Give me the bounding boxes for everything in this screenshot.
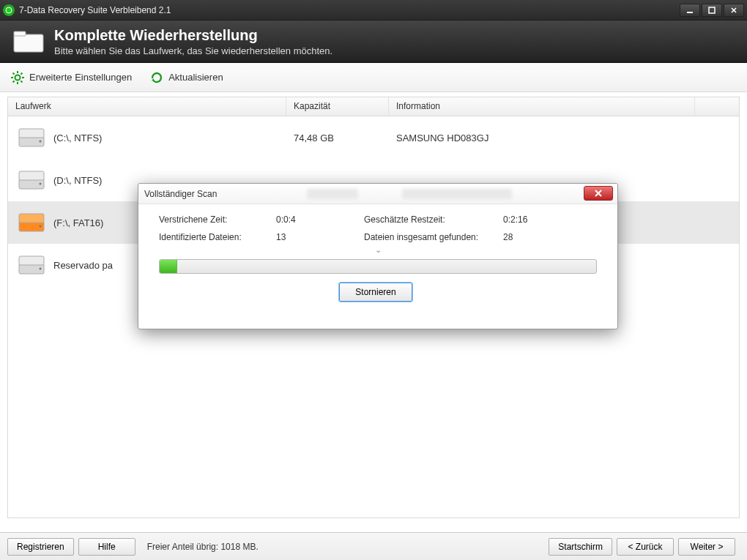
col-end-header bbox=[695, 97, 739, 116]
drive-icon bbox=[18, 255, 45, 275]
bottom-bar: Registrieren Hilfe Freier Anteil übrig: … bbox=[0, 532, 747, 560]
elapsed-value: 0:0:4 bbox=[276, 214, 364, 225]
remaining-label: Geschätzte Restzeit: bbox=[364, 214, 503, 225]
svg-point-27 bbox=[40, 268, 42, 270]
free-space-label: Freier Anteil übrig: 1018 MB. bbox=[147, 542, 259, 552]
gear-icon bbox=[10, 70, 25, 85]
page-title: Komplette Wiederherstellung bbox=[54, 27, 332, 44]
list-header: Laufwerk Kapazität Information bbox=[8, 97, 739, 116]
remaining-value: 0:2:16 bbox=[503, 214, 554, 225]
drive-icon bbox=[18, 212, 45, 233]
maximize-button[interactable] bbox=[702, 4, 722, 17]
progress-fill bbox=[160, 260, 177, 273]
total-label: Dateien insgesamt gefunden: bbox=[364, 232, 503, 242]
drive-icon bbox=[18, 170, 45, 190]
col-capacity-header[interactable]: Kapazität bbox=[286, 97, 389, 116]
svg-line-15 bbox=[13, 81, 15, 82]
page-subtitle: Bitte wählen Sie das Laufwerk, das Sie w… bbox=[54, 45, 332, 56]
svg-point-18 bbox=[40, 141, 42, 143]
titlebar: 7-Data Recovery Suite Verbleibend 2.1 bbox=[0, 0, 747, 20]
page-header: Komplette Wiederherstellung Bitte wählen… bbox=[0, 20, 747, 63]
svg-point-0 bbox=[6, 7, 12, 13]
app-icon bbox=[3, 4, 15, 16]
drive-icon bbox=[18, 127, 45, 148]
next-button[interactable]: Weiter > bbox=[678, 538, 735, 556]
col-drive-header[interactable]: Laufwerk bbox=[8, 97, 286, 116]
folder-icon bbox=[13, 29, 44, 55]
svg-point-24 bbox=[40, 225, 42, 228]
advanced-settings-button[interactable]: Erweiterte Einstellungen bbox=[10, 70, 132, 85]
back-button[interactable]: < Zurück bbox=[617, 538, 674, 556]
drive-row[interactable]: (C:\, NTFS)74,48 GBSAMSUNG HD083GJ bbox=[8, 116, 739, 159]
elapsed-label: Verstrichene Zeit: bbox=[159, 214, 276, 225]
svg-rect-1 bbox=[687, 12, 693, 13]
identified-value: 13 bbox=[276, 232, 364, 242]
drive-info: SAMSUNG HD083GJ bbox=[389, 132, 695, 143]
blurred-text bbox=[307, 189, 358, 199]
svg-rect-17 bbox=[19, 129, 44, 138]
close-button[interactable] bbox=[724, 4, 744, 17]
minimize-button[interactable] bbox=[680, 4, 700, 17]
refresh-label: Aktualisieren bbox=[168, 72, 223, 83]
svg-rect-5 bbox=[14, 34, 43, 52]
dialog-close-button[interactable] bbox=[584, 186, 613, 201]
total-value: 28 bbox=[503, 232, 554, 242]
advanced-label: Erweiterte Einstellungen bbox=[29, 72, 132, 83]
col-info-header[interactable]: Information bbox=[389, 97, 695, 116]
drive-label: (F:\, FAT16) bbox=[53, 217, 103, 228]
svg-rect-20 bbox=[19, 171, 44, 180]
svg-line-12 bbox=[13, 72, 15, 74]
drive-label: (C:\, NTFS) bbox=[53, 132, 102, 143]
blurred-text bbox=[402, 189, 512, 199]
svg-rect-6 bbox=[14, 31, 26, 36]
register-button[interactable]: Registrieren bbox=[7, 538, 74, 556]
window-title: 7-Data Recovery Suite Verbleibend 2.1 bbox=[19, 5, 678, 15]
drive-label: Reservado pa bbox=[53, 260, 113, 271]
drive-capacity: 74,48 GB bbox=[286, 132, 389, 143]
svg-line-14 bbox=[21, 72, 22, 74]
drive-label: (D:\, NTFS) bbox=[53, 175, 102, 186]
refresh-icon bbox=[149, 70, 164, 85]
cancel-button[interactable]: Stornieren bbox=[339, 283, 412, 302]
svg-point-7 bbox=[15, 75, 21, 80]
close-icon bbox=[594, 190, 603, 197]
svg-line-13 bbox=[21, 81, 22, 82]
svg-rect-26 bbox=[19, 256, 44, 265]
refresh-button[interactable]: Aktualisieren bbox=[149, 70, 223, 85]
svg-rect-2 bbox=[709, 7, 715, 13]
scan-dialog: Vollständiger Scan Verstrichene Zeit: 0:… bbox=[138, 183, 618, 329]
progress-bar bbox=[159, 259, 597, 274]
help-button[interactable]: Hilfe bbox=[78, 538, 135, 556]
identified-label: Identifizierte Dateien: bbox=[159, 232, 276, 242]
dialog-title: Vollständiger Scan bbox=[144, 189, 217, 199]
svg-rect-23 bbox=[19, 214, 44, 223]
toolbar: Erweiterte Einstellungen Aktualisieren bbox=[0, 63, 747, 92]
dialog-titlebar[interactable]: Vollständiger Scan bbox=[138, 184, 617, 204]
home-button[interactable]: Startschirm bbox=[549, 538, 612, 556]
chevron-down-icon[interactable]: ⌄ bbox=[159, 245, 597, 255]
svg-point-21 bbox=[40, 183, 42, 185]
